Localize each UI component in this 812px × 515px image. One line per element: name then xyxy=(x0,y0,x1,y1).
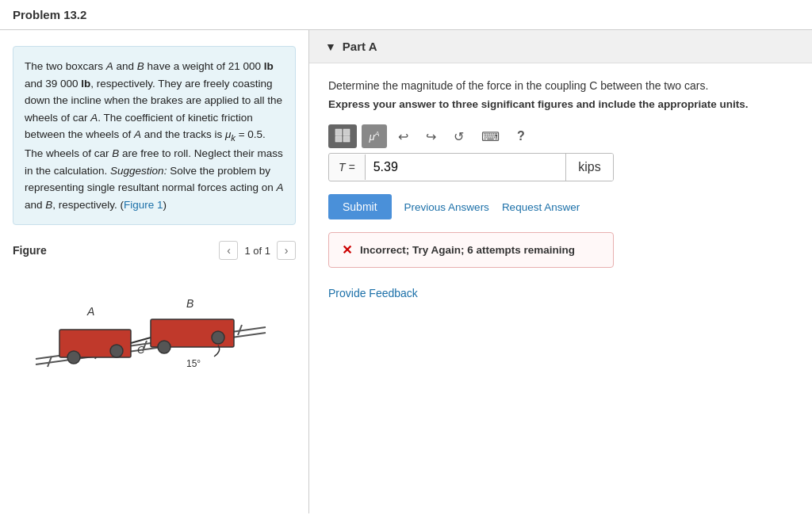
redo-icon: ↪ xyxy=(426,129,436,144)
figure-image: A B 15° C xyxy=(13,268,296,371)
svg-point-16 xyxy=(158,341,170,353)
grid-icon xyxy=(335,128,350,145)
refresh-icon: ↺ xyxy=(454,129,464,144)
svg-text:A: A xyxy=(86,305,94,318)
grid-button[interactable] xyxy=(328,124,357,148)
figure-next-button[interactable]: › xyxy=(277,241,296,260)
keyboard-icon: ⌨ xyxy=(481,129,500,144)
car-A-ref3: A xyxy=(276,181,283,193)
answer-input-row: T = kips xyxy=(328,153,614,181)
svg-point-17 xyxy=(212,331,224,344)
left-panel: The two boxcars A and B have a weight of… xyxy=(0,30,309,513)
undo-button[interactable]: ↩ xyxy=(392,124,415,148)
question-mark-icon: ? xyxy=(517,129,525,143)
svg-text:B: B xyxy=(186,297,193,310)
svg-rect-24 xyxy=(335,136,342,142)
part-a-header[interactable]: ▼ Part A xyxy=(309,30,812,63)
figure-link[interactable]: Figure 1 xyxy=(124,199,163,211)
question-text: Determine the magnitude of the force in … xyxy=(328,79,793,92)
car-B-ref2: B xyxy=(45,199,52,211)
error-message: Incorrect; Try Again; 6 attempts remaini… xyxy=(360,244,575,256)
redo-button[interactable]: ↪ xyxy=(419,124,442,148)
suggestion-label: Suggestion: xyxy=(110,165,167,177)
problem-title: Problem 13.2 xyxy=(13,8,86,21)
variable-B: B xyxy=(137,60,144,72)
collapse-arrow-icon: ▼ xyxy=(325,40,336,53)
svg-point-12 xyxy=(67,351,80,364)
answer-label: T = xyxy=(329,154,366,180)
figure-navigation: ‹ 1 of 1 › xyxy=(219,241,296,260)
answer-unit: kips xyxy=(565,154,613,181)
svg-rect-23 xyxy=(343,129,350,135)
figure-prev-button[interactable]: ‹ xyxy=(219,241,238,260)
request-answer-link[interactable]: Request Answer xyxy=(502,201,580,213)
mu-button[interactable]: μA xyxy=(362,124,387,148)
figure-page-indicator: 1 of 1 xyxy=(244,245,270,257)
car-A-ref2: A xyxy=(134,128,141,140)
car-B-ref1: B xyxy=(112,147,119,159)
part-a-content: Determine the magnitude of the force in … xyxy=(309,63,812,315)
right-panel: ▼ Part A Determine the magnitude of the … xyxy=(309,30,812,513)
previous-answers-link[interactable]: Previous Answers xyxy=(404,201,489,213)
train-svg: A B 15° C xyxy=(28,268,282,371)
figure-header: Figure ‹ 1 of 1 › xyxy=(13,241,296,260)
car-A-ref1: A xyxy=(90,112,98,124)
keyboard-button[interactable]: ⌨ xyxy=(475,124,506,148)
weight-unit-2: lb xyxy=(81,78,90,90)
help-button[interactable]: ? xyxy=(511,124,531,148)
answer-input[interactable] xyxy=(366,154,565,181)
mu-icon: μA xyxy=(369,130,379,143)
svg-line-19 xyxy=(131,338,151,343)
svg-rect-25 xyxy=(343,136,350,142)
variable-A: A xyxy=(106,60,113,72)
svg-rect-22 xyxy=(335,129,342,135)
submit-button[interactable]: Submit xyxy=(328,194,392,219)
error-icon: ✕ xyxy=(342,242,352,258)
problem-description: The two boxcars A and B have a weight of… xyxy=(13,46,296,225)
weight-unit-1: lb xyxy=(264,60,274,72)
answer-toolbar: μA ↩ ↪ ↺ ⌨ ? xyxy=(328,124,793,148)
refresh-button[interactable]: ↺ xyxy=(447,124,470,148)
svg-text:C: C xyxy=(137,344,145,356)
svg-point-13 xyxy=(110,345,123,357)
undo-icon: ↩ xyxy=(398,129,408,144)
svg-text:15°: 15° xyxy=(186,358,201,369)
mu-k: μk xyxy=(225,128,236,140)
figure-section: Figure ‹ 1 of 1 › xyxy=(13,241,296,371)
figure-title: Figure xyxy=(13,244,47,257)
action-row: Submit Previous Answers Request Answer xyxy=(328,194,793,219)
error-box: ✕ Incorrect; Try Again; 6 attempts remai… xyxy=(328,232,614,268)
provide-feedback-link[interactable]: Provide Feedback xyxy=(328,287,793,299)
part-a-title: Part A xyxy=(343,40,377,53)
instruction-text: Express your answer to three significant… xyxy=(328,98,793,110)
